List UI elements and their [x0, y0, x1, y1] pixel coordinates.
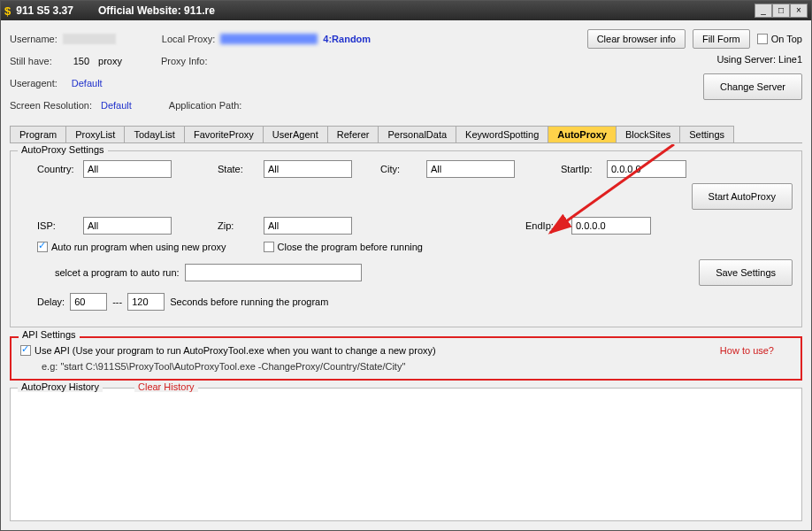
- tab-keywordspotting[interactable]: KeywordSpotting: [456, 126, 548, 142]
- clear-history-link[interactable]: Clear History: [134, 381, 198, 392]
- delay-label: Delay:: [37, 296, 65, 307]
- minimize-button[interactable]: _: [755, 4, 772, 18]
- delay-max-input[interactable]: [127, 293, 165, 311]
- website-label: Official Website: 911.re: [98, 4, 215, 17]
- delay-min-input[interactable]: [70, 293, 107, 311]
- hyphen-icon: ---: [112, 296, 122, 307]
- state-label: State:: [218, 164, 260, 174]
- select-program-combo[interactable]: [185, 264, 362, 281]
- checkbox-icon: [757, 34, 768, 44]
- isp-combo[interactable]: [83, 217, 172, 235]
- city-combo[interactable]: [426, 160, 515, 178]
- header-panel: Clear browser info Fill Form On Top Usin…: [10, 29, 802, 115]
- tab-program[interactable]: Program: [10, 126, 66, 142]
- useragent-label: Useragent:: [10, 78, 57, 88]
- close-before-checkbox[interactable]: Close the program before running: [264, 242, 423, 252]
- app-title: 911 S5 3.37: [16, 4, 73, 17]
- local-proxy-suffix: 4:Random: [323, 34, 371, 44]
- country-label: Country:: [37, 164, 80, 174]
- use-api-checkbox[interactable]: Use API (Use your program to run AutoPro…: [20, 345, 792, 356]
- tab-settings[interactable]: Settings: [679, 126, 734, 142]
- api-settings-group: API Settings How to use? Use API (Use yo…: [10, 336, 802, 381]
- auto-run-checkbox[interactable]: Auto run program when using new proxy: [37, 242, 226, 252]
- username-value: [63, 34, 116, 44]
- start-autoproxy-button[interactable]: Start AutoProxy: [692, 183, 793, 210]
- tab-useragent[interactable]: UserAgent: [263, 126, 328, 142]
- startip-input[interactable]: [607, 160, 686, 178]
- autoproxy-history-group: AutoProxy History Clear History: [10, 388, 802, 521]
- group-title: AutoProxy Settings: [18, 144, 108, 155]
- api-group-title: API Settings: [19, 329, 80, 340]
- tab-strip: Program ProxyList TodayList FavoriteProx…: [10, 126, 802, 143]
- username-label: Username:: [10, 34, 57, 44]
- autoproxy-settings-group: AutoProxy Settings Country: State: City:…: [10, 150, 802, 327]
- screen-res-label: Screen Resolution:: [10, 100, 92, 111]
- api-example-text: e.g: "start C:\911S5\ProxyTool\AutoProxy…: [42, 361, 792, 372]
- checkbox-icon: [20, 345, 31, 356]
- history-title: AutoProxy History: [18, 381, 103, 392]
- app-icon: $: [4, 4, 11, 18]
- isp-label: ISP:: [37, 220, 80, 231]
- proxy-info-label: Proxy Info:: [161, 56, 208, 66]
- local-proxy-label: Local Proxy:: [162, 34, 216, 44]
- endip-label: EndIp:: [525, 220, 568, 231]
- state-combo[interactable]: [264, 160, 352, 178]
- delay-suffix: Seconds before running the program: [170, 296, 328, 307]
- change-server-button[interactable]: Change Server: [703, 73, 802, 100]
- content-area: Clear browser info Fill Form On Top Usin…: [1, 20, 811, 530]
- country-combo[interactable]: [83, 160, 172, 178]
- still-have-count: 150: [73, 56, 89, 66]
- window-controls: _ □ ×: [755, 4, 808, 18]
- checkbox-icon: [37, 242, 48, 252]
- zip-combo[interactable]: [264, 217, 352, 235]
- app-path-label: Application Path:: [169, 100, 242, 111]
- clear-browser-button[interactable]: Clear browser info: [587, 29, 686, 49]
- city-label: City:: [380, 164, 423, 174]
- on-top-checkbox[interactable]: On Top: [757, 34, 802, 44]
- app-window: $ 911 S5 3.37 Official Website: 911.re _…: [0, 0, 812, 531]
- checkbox-icon: [264, 242, 274, 252]
- using-server-label: Using Server: Line1: [716, 54, 802, 65]
- titlebar: $ 911 S5 3.37 Official Website: 911.re _…: [1, 1, 811, 20]
- select-program-label: selcet a program to auto run:: [55, 267, 180, 278]
- tab-autoproxy[interactable]: AutoProxy: [548, 126, 617, 142]
- how-to-use-link[interactable]: How to use?: [720, 345, 774, 356]
- local-proxy-value: [220, 34, 318, 44]
- tab-todaylist[interactable]: TodayList: [124, 126, 184, 142]
- still-have-unit: proxy: [98, 56, 122, 66]
- tab-personaldata[interactable]: PersonalData: [378, 126, 456, 142]
- still-have-label: Still have:: [10, 56, 52, 66]
- save-settings-button[interactable]: Save Settings: [699, 259, 793, 286]
- zip-label: Zip:: [218, 220, 260, 231]
- fill-form-button[interactable]: Fill Form: [693, 29, 750, 49]
- tab-blocksites[interactable]: BlockSites: [616, 126, 680, 142]
- tab-referer[interactable]: Referer: [327, 126, 379, 142]
- tab-favoriteproxy[interactable]: FavoriteProxy: [184, 126, 264, 142]
- startip-label: StartIp:: [561, 164, 603, 174]
- maximize-button[interactable]: □: [772, 4, 790, 18]
- endip-input[interactable]: [571, 217, 651, 235]
- useragent-value[interactable]: Default: [72, 78, 103, 88]
- close-button[interactable]: ×: [790, 4, 808, 18]
- tab-proxylist[interactable]: ProxyList: [65, 126, 125, 142]
- screen-res-value[interactable]: Default: [101, 100, 132, 111]
